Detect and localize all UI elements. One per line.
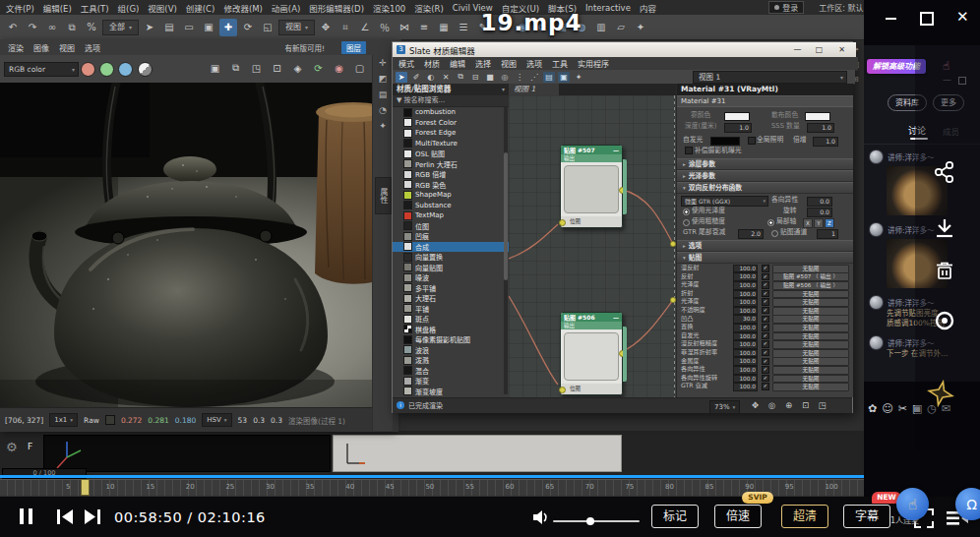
- use-roughness-radio[interactable]: [683, 219, 690, 226]
- unlink-icon[interactable]: ⧉: [63, 19, 81, 36]
- menu-item-9[interactable]: 渲染100: [373, 2, 405, 14]
- window-maximize-icon[interactable]: [920, 12, 934, 26]
- camera-exposure-checkbox[interactable]: [685, 147, 693, 154]
- pixel-ratio-dropdown[interactable]: 1x1: [49, 413, 78, 427]
- percent-snap-icon[interactable]: ％: [376, 19, 394, 36]
- browser-item[interactable]: RGB 染色: [393, 180, 509, 191]
- slate-menu-2[interactable]: 编辑: [450, 58, 465, 69]
- use-glossiness-radio[interactable]: [683, 209, 690, 215]
- share-icon[interactable]: [933, 160, 956, 184]
- alpha-channel-button[interactable]: [138, 62, 153, 77]
- map-enable-checkbox[interactable]: ✓: [762, 375, 769, 383]
- trash-icon[interactable]: [933, 260, 956, 283]
- save-image-icon[interactable]: ▣: [207, 60, 223, 76]
- mirror-icon[interactable]: ⋈: [396, 19, 413, 36]
- volume-slider[interactable]: [553, 520, 640, 522]
- node-slot[interactable]: 位图: [561, 216, 622, 227]
- map-channel-spinner[interactable]: 1: [817, 229, 838, 239]
- smiley-icon[interactable]: ☺: [882, 402, 892, 415]
- map-enable-checkbox[interactable]: ✓: [762, 298, 769, 306]
- map-enable-checkbox[interactable]: ✓: [762, 349, 769, 357]
- scissors-icon[interactable]: ✂: [898, 402, 907, 415]
- input-socket[interactable]: [559, 219, 566, 226]
- time-slider-track[interactable]: [0, 475, 864, 478]
- channel-dropdown[interactable]: RGB color: [4, 62, 79, 77]
- browser-header[interactable]: 材质/贴图浏览器: [393, 84, 509, 95]
- gi-checkbox[interactable]: [748, 137, 756, 145]
- map-enable-checkbox[interactable]: ✓: [762, 273, 769, 281]
- move-icon[interactable]: ✚: [219, 19, 237, 36]
- slate-menu-1[interactable]: 材质: [424, 58, 440, 69]
- menu-item-3[interactable]: 组(G): [118, 2, 140, 14]
- rows-mini-icon[interactable]: ▤: [373, 87, 393, 102]
- pan-mini-icon[interactable]: ✛: [373, 55, 393, 71]
- slate-menu-4[interactable]: 视图: [501, 58, 517, 69]
- camera-icon[interactable]: ◉: [331, 60, 347, 76]
- vfb-menu-1[interactable]: 图像: [33, 42, 49, 53]
- layers-button[interactable]: 图层: [341, 41, 366, 54]
- collapse-icon[interactable]: —: [613, 313, 619, 322]
- map-enable-checkbox[interactable]: ✓: [762, 265, 769, 272]
- copy-image-icon[interactable]: ⧉: [227, 60, 244, 76]
- bind-icon[interactable]: %: [83, 19, 100, 36]
- slate-menu-0[interactable]: 模式: [398, 58, 414, 69]
- vfb-menu-2[interactable]: 视图: [59, 42, 75, 53]
- param-editor-toggle-icon[interactable]: ▣: [558, 72, 570, 83]
- map-enable-checkbox[interactable]: ✓: [762, 383, 769, 390]
- search-by-name-input[interactable]: ▼ 按名称搜索...: [393, 95, 509, 107]
- maps-rollout[interactable]: ▾贴图: [677, 252, 853, 264]
- zoom-selected-icon[interactable]: ◳: [816, 399, 828, 411]
- node-slot[interactable]: 位图: [561, 384, 622, 394]
- angle-snap-icon[interactable]: ∠: [356, 19, 374, 36]
- update-notice[interactable]: 有新版可用!: [284, 42, 325, 53]
- layout-tree-icon[interactable]: ⋰: [528, 72, 540, 83]
- sss-amount-spinner[interactable]: 1.0: [807, 123, 834, 133]
- record-target-icon[interactable]: [933, 309, 956, 332]
- map-enable-checkbox[interactable]: ✓: [762, 290, 769, 298]
- browser-item[interactable]: 棋盘格: [393, 325, 509, 335]
- slate-titlebar[interactable]: 3 Slate 材质编辑器 — □ ✕: [393, 42, 856, 57]
- map-node-507[interactable]: 贴图 #507— 输出 位图: [560, 145, 623, 228]
- view-dropdown[interactable]: 视图 1: [693, 71, 847, 84]
- slate-menu-5[interactable]: 选项: [526, 58, 542, 69]
- region-select-icon[interactable]: ◳: [248, 60, 265, 76]
- layout-vertical-icon[interactable]: ⋮: [514, 72, 525, 83]
- menu-item-4[interactable]: 视图(V): [148, 2, 176, 14]
- speed-button[interactable]: 倍速: [714, 505, 762, 528]
- menu-item-15[interactable]: 内容: [640, 2, 656, 14]
- update-icon[interactable]: ⟳: [310, 60, 327, 76]
- login-button[interactable]: 登录: [768, 1, 804, 14]
- browser-item[interactable]: 凹痕: [393, 231, 509, 242]
- gtr-falloff-spinner[interactable]: 2.0: [738, 229, 764, 239]
- browser-item[interactable]: Substance: [393, 201, 509, 211]
- map-node-506[interactable]: 贴图 #506— 输出 位图: [560, 312, 623, 395]
- red-channel-button[interactable]: [81, 62, 95, 77]
- gear-icon[interactable]: ⚙: [6, 440, 18, 454]
- hide-unused-slots-icon[interactable]: ⊟: [469, 72, 481, 83]
- axis-z-button[interactable]: Z: [825, 218, 834, 228]
- local-axis-radio[interactable]: [767, 219, 774, 226]
- browser-item[interactable]: 大理石: [393, 293, 509, 304]
- browser-item[interactable]: OSL 贴图: [393, 149, 509, 159]
- pivot-icon[interactable]: ✥: [317, 19, 335, 36]
- axis-y-button[interactable]: Y: [814, 218, 824, 228]
- self-illum-swatch[interactable]: [710, 137, 740, 146]
- maximize-icon[interactable]: □: [813, 44, 826, 55]
- slate-menu-7[interactable]: 实用程序: [578, 58, 609, 69]
- zoom-icon[interactable]: ◎: [766, 399, 778, 411]
- scale-icon[interactable]: ◱: [259, 19, 276, 36]
- utilities-icon[interactable]: ✦: [632, 19, 649, 36]
- fog-color-swatch[interactable]: [724, 112, 750, 121]
- browser-item[interactable]: 向量置换: [393, 252, 509, 263]
- rotation-spinner[interactable]: 0.0: [807, 208, 832, 217]
- raise-hand-button[interactable]: ☝: [896, 488, 929, 520]
- redo-icon[interactable]: ↷: [24, 19, 41, 36]
- green-channel-button[interactable]: [99, 62, 114, 77]
- material-sub-header[interactable]: Material #31: [677, 95, 853, 107]
- browser-item[interactable]: 斑点: [393, 314, 509, 325]
- properties-tab[interactable]: 属性: [375, 177, 392, 214]
- anisotropy-spinner[interactable]: 0.0: [807, 197, 832, 207]
- subtitle-button[interactable]: 字幕: [843, 505, 890, 528]
- pan-icon[interactable]: ✥: [749, 399, 762, 411]
- browser-item[interactable]: MultiTexture: [393, 139, 509, 149]
